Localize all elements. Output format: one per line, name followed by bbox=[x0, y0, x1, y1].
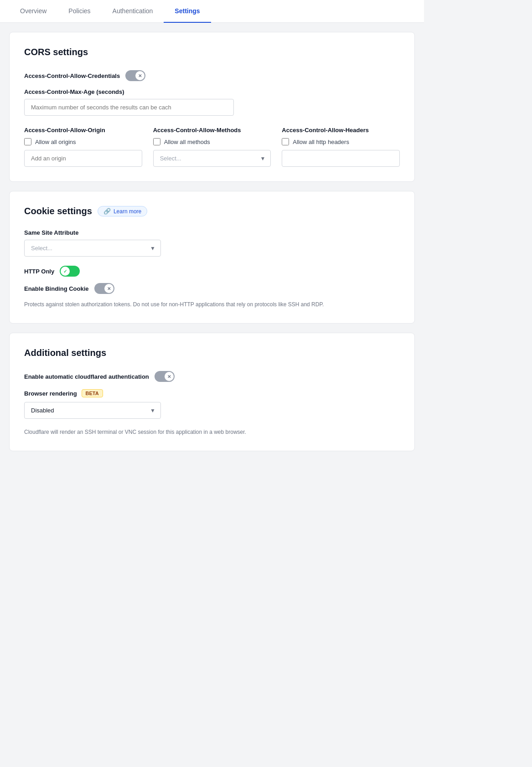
learn-more-icon: 🔗 bbox=[103, 208, 111, 215]
max-age-row: Access-Control-Max-Age (seconds) bbox=[24, 88, 400, 116]
browser-rendering-select[interactable]: Disabled SSH VNC bbox=[24, 402, 161, 419]
max-age-input[interactable] bbox=[24, 99, 234, 116]
cors-columns: Access-Control-Allow-Origin Allow all or… bbox=[24, 127, 400, 167]
cookie-settings-title: Cookie settings bbox=[24, 206, 92, 216]
credentials-toggle[interactable]: ✕ bbox=[125, 70, 145, 81]
additional-settings-title: Additional settings bbox=[24, 348, 400, 358]
browser-rendering-label: Browser rendering bbox=[24, 390, 77, 397]
beta-badge: BETA bbox=[82, 389, 103, 397]
origin-col: Access-Control-Allow-Origin Allow all or… bbox=[24, 127, 142, 167]
additional-settings-card: Additional settings Enable automatic clo… bbox=[9, 333, 415, 451]
tab-policies[interactable]: Policies bbox=[57, 0, 101, 23]
binding-cookie-description: Protects against stolen authorization to… bbox=[24, 300, 400, 309]
browser-rendering-description: Cloudflare will render an SSH terminal o… bbox=[24, 428, 400, 436]
cookie-settings-card: Cookie settings 🔗 Learn more Same Site A… bbox=[9, 191, 415, 324]
tab-settings[interactable]: Settings bbox=[164, 0, 211, 23]
cloudflare-auth-row: Enable automatic cloudflared authenticat… bbox=[24, 371, 400, 382]
allow-all-methods-label: Allow all methods bbox=[164, 139, 210, 145]
binding-cookie-label: Enable Binding Cookie bbox=[24, 285, 89, 292]
same-site-row: Same Site Attribute Select... ▼ bbox=[24, 229, 400, 257]
tab-authentication[interactable]: Authentication bbox=[102, 0, 164, 23]
cors-settings-title: CORS settings bbox=[24, 47, 400, 57]
methods-label: Access-Control-Allow-Methods bbox=[153, 127, 271, 134]
same-site-select-wrapper: Select... ▼ bbox=[24, 240, 161, 257]
methods-select-wrapper: Select... ▼ bbox=[153, 150, 271, 167]
learn-more-label: Learn more bbox=[114, 208, 141, 215]
binding-cookie-section: Enable Binding Cookie ✕ Protects against… bbox=[24, 283, 400, 309]
credentials-label: Access-Control-Allow-Credentials bbox=[24, 72, 120, 79]
origin-input[interactable] bbox=[24, 150, 142, 167]
allow-all-origins-label: Allow all origins bbox=[35, 139, 76, 145]
credentials-row: Access-Control-Allow-Credentials ✕ bbox=[24, 70, 400, 81]
headers-col: Access-Control-Allow-Headers Allow all h… bbox=[282, 127, 400, 167]
http-only-toggle[interactable]: ✓ bbox=[60, 266, 80, 277]
headers-label: Access-Control-Allow-Headers bbox=[282, 127, 400, 134]
methods-checkbox-row: Allow all methods bbox=[153, 138, 271, 145]
allow-all-origins-checkbox[interactable] bbox=[24, 138, 31, 145]
binding-cookie-toggle[interactable]: ✕ bbox=[94, 283, 114, 294]
cloudflare-auth-toggle[interactable]: ✕ bbox=[155, 371, 175, 382]
same-site-select[interactable]: Select... bbox=[24, 240, 161, 257]
allow-all-methods-checkbox[interactable] bbox=[153, 138, 160, 145]
origin-checkbox-row: Allow all origins bbox=[24, 138, 142, 145]
tab-overview[interactable]: Overview bbox=[9, 0, 57, 23]
methods-select[interactable]: Select... bbox=[153, 150, 271, 167]
cloudflare-auth-label: Enable automatic cloudflared authenticat… bbox=[24, 373, 149, 380]
headers-checkbox-row: Allow all http headers bbox=[282, 138, 400, 145]
allow-all-headers-label: Allow all http headers bbox=[293, 139, 349, 145]
allow-all-headers-checkbox[interactable] bbox=[282, 138, 289, 145]
learn-more-badge[interactable]: 🔗 Learn more bbox=[98, 206, 147, 216]
browser-rendering-select-wrapper: Disabled SSH VNC ▼ bbox=[24, 402, 161, 419]
headers-input[interactable] bbox=[282, 150, 400, 167]
nav-tabs: Overview Policies Authentication Setting… bbox=[0, 0, 424, 23]
origin-label: Access-Control-Allow-Origin bbox=[24, 127, 142, 134]
same-site-label: Same Site Attribute bbox=[24, 229, 400, 236]
cookie-settings-header: Cookie settings 🔗 Learn more bbox=[24, 206, 400, 216]
browser-rendering-row: Browser rendering BETA Disabled SSH VNC … bbox=[24, 389, 400, 419]
methods-col: Access-Control-Allow-Methods Allow all m… bbox=[153, 127, 271, 167]
http-only-label: HTTP Only bbox=[24, 268, 54, 275]
max-age-label: Access-Control-Max-Age (seconds) bbox=[24, 88, 400, 95]
binding-cookie-row: Enable Binding Cookie ✕ bbox=[24, 283, 400, 294]
http-only-row: HTTP Only ✓ bbox=[24, 266, 400, 277]
page-content: CORS settings Access-Control-Allow-Crede… bbox=[0, 23, 424, 460]
cors-settings-card: CORS settings Access-Control-Allow-Crede… bbox=[9, 32, 415, 182]
